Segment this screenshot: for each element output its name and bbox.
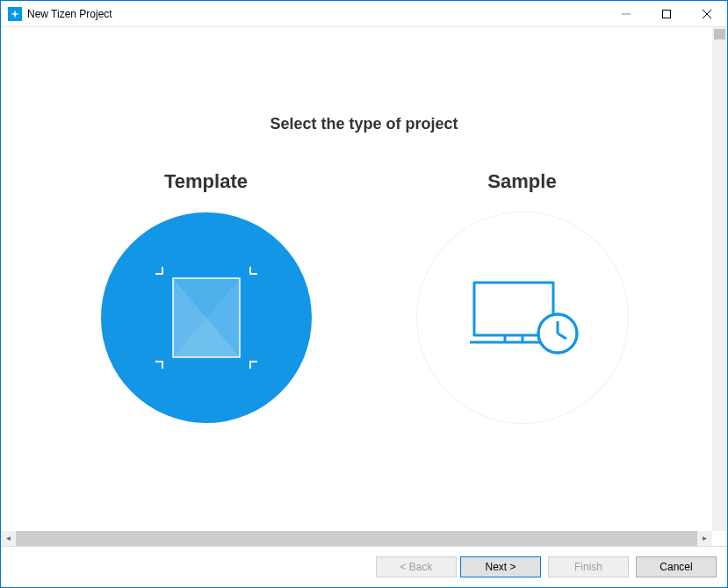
titlebar: New Tizen Project — [1, 1, 727, 27]
finish-button[interactable]: Finish — [548, 556, 629, 577]
vertical-scrollbar[interactable] — [712, 27, 727, 531]
option-template[interactable]: Template — [101, 170, 312, 423]
content-area: Select the type of project Template — [1, 27, 727, 546]
minimize-button[interactable] — [606, 1, 646, 27]
cancel-button[interactable]: Cancel — [636, 556, 717, 577]
back-button[interactable]: < Back — [376, 556, 457, 577]
scroll-right-icon[interactable]: ► — [697, 531, 712, 546]
option-template-label: Template — [164, 170, 248, 193]
wizard-button-bar: < Back Next > Finish Cancel — [1, 546, 727, 587]
svg-rect-1 — [663, 10, 671, 18]
horizontal-scrollbar[interactable]: ◄ ► — [1, 531, 712, 546]
sample-icon — [417, 212, 628, 423]
option-sample[interactable]: Sample — [417, 170, 628, 423]
app-icon — [8, 7, 22, 21]
window-title: New Tizen Project — [27, 8, 112, 20]
option-sample-label: Sample — [487, 170, 556, 193]
scroll-left-icon[interactable]: ◄ — [1, 531, 16, 546]
project-type-options: Template — [6, 170, 722, 423]
page-heading: Select the type of project — [6, 115, 722, 133]
maximize-button[interactable] — [646, 1, 687, 27]
next-button[interactable]: Next > — [460, 556, 541, 577]
template-icon — [101, 212, 312, 423]
close-button[interactable] — [687, 1, 727, 27]
